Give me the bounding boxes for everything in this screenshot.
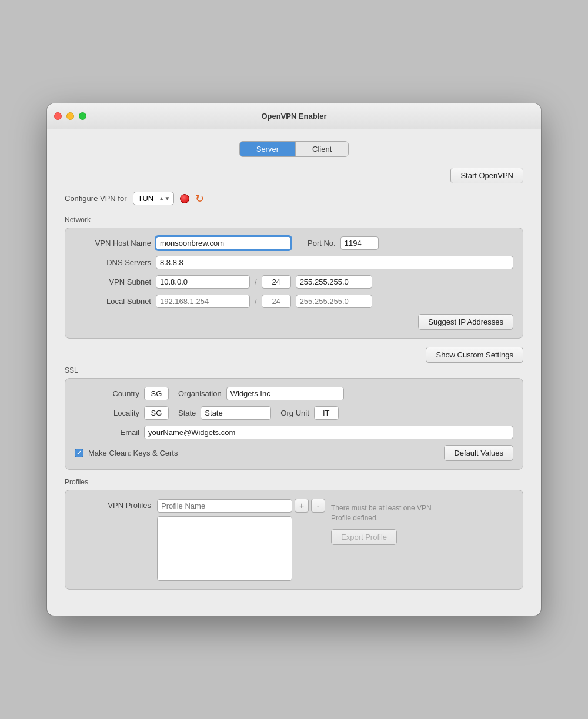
tab-server[interactable]: Server: [240, 142, 296, 156]
orgunit-label: Org Unit: [280, 409, 309, 417]
profiles-right-area: There must be at least one VPN Profile d…: [331, 499, 513, 545]
tab-container: Server Client: [239, 141, 349, 157]
country-label: Country: [75, 389, 139, 398]
vpn-host-label: VPN Host Name: [75, 239, 151, 248]
port-label: Port No.: [308, 239, 336, 248]
export-row: Export Profile: [331, 529, 513, 545]
local-subnet-row: Local Subnet /: [75, 295, 513, 308]
close-button[interactable]: [54, 112, 62, 120]
locality-label: Locality: [75, 409, 139, 417]
configure-label: Configure VPN for: [65, 194, 127, 203]
ssl-locality-state-row: Locality State Org Unit: [75, 406, 513, 420]
show-custom-settings-button[interactable]: Show Custom Settings: [426, 347, 523, 363]
state-label: State: [178, 409, 196, 417]
state-input[interactable]: [201, 406, 271, 420]
profiles-inner: VPN Profiles + - There must be at least …: [75, 499, 513, 581]
port-input[interactable]: [340, 236, 379, 250]
refresh-icon[interactable]: ↻: [195, 192, 204, 205]
profiles-section-label: Profiles: [65, 478, 523, 486]
ssl-section-label: SSL: [65, 366, 523, 374]
export-profile-button[interactable]: Export Profile: [331, 529, 397, 545]
org-label: Organisation: [178, 389, 222, 398]
local-slash-sep: /: [255, 297, 257, 306]
vpn-slash-sep: /: [255, 277, 257, 286]
minimize-button[interactable]: [66, 112, 74, 120]
ssl-section-box: Country Organisation Locality State Org …: [65, 378, 523, 470]
vpn-cidr-input[interactable]: [262, 275, 291, 289]
window-title: OpenVPN Enabler: [261, 112, 326, 121]
local-subnet-label: Local Subnet: [75, 297, 151, 306]
locality-input[interactable]: [144, 406, 169, 420]
profiles-info-text: There must be at least one VPN Profile d…: [331, 501, 449, 523]
country-input[interactable]: [144, 387, 169, 400]
ssl-country-org-row: Country Organisation: [75, 387, 513, 400]
org-input[interactable]: [226, 387, 344, 400]
email-label: Email: [75, 428, 139, 437]
dns-input[interactable]: [156, 256, 513, 269]
email-input[interactable]: [144, 426, 513, 439]
start-openvpn-button[interactable]: Start OpenVPN: [450, 168, 523, 183]
profile-list-box: [157, 516, 292, 581]
tun-tap-select-wrapper: TUN TAP ▲▼: [133, 192, 174, 205]
make-clean-row: Make Clean: Keys & Certs Default Values: [75, 445, 513, 461]
tab-bar: Server Client: [65, 141, 523, 157]
local-subnet-input[interactable]: [156, 295, 250, 308]
dns-row: DNS Servers: [75, 256, 513, 269]
top-action-row: Start OpenVPN: [65, 168, 523, 183]
title-bar: OpenVPN Enabler: [47, 103, 541, 129]
tun-tap-select[interactable]: TUN TAP: [133, 192, 174, 205]
profiles-section-box: VPN Profiles + - There must be at least …: [65, 490, 523, 590]
maximize-button[interactable]: [79, 112, 86, 120]
configure-row: Configure VPN for TUN TAP ▲▼ ↻: [65, 192, 523, 205]
local-cidr-input[interactable]: [262, 295, 291, 308]
default-values-button[interactable]: Default Values: [444, 445, 513, 461]
local-mask-input[interactable]: [296, 295, 372, 308]
vpn-host-input[interactable]: [156, 236, 291, 250]
vpn-subnet-input[interactable]: [156, 275, 250, 289]
network-section-label: Network: [65, 216, 523, 224]
ssl-email-row: Email: [75, 426, 513, 439]
suggest-ip-button[interactable]: Suggest IP Addresses: [418, 314, 513, 330]
tab-client[interactable]: Client: [296, 142, 348, 156]
network-section-box: VPN Host Name Port No. DNS Servers VPN S…: [65, 228, 523, 339]
profile-name-input[interactable]: [157, 499, 292, 513]
profiles-top-row: + -: [157, 499, 325, 513]
main-window: OpenVPN Enabler Server Client Start Open…: [47, 103, 541, 616]
vpn-mask-input[interactable]: [296, 275, 372, 289]
orgunit-input[interactable]: [314, 406, 339, 420]
make-clean-checkbox[interactable]: [75, 449, 83, 457]
traffic-lights: [54, 112, 86, 120]
dns-label: DNS Servers: [75, 258, 151, 267]
add-profile-button[interactable]: +: [295, 499, 309, 513]
vpn-subnet-row: VPN Subnet /: [75, 275, 513, 289]
profiles-list-area: + -: [157, 499, 325, 581]
window-content: Server Client Start OpenVPN Configure VP…: [47, 129, 541, 616]
suggest-row: Suggest IP Addresses: [75, 314, 513, 330]
make-clean-checkbox-group: Make Clean: Keys & Certs: [75, 449, 178, 457]
status-dot-icon: [180, 194, 189, 203]
remove-profile-button[interactable]: -: [311, 499, 325, 513]
make-clean-label: Make Clean: Keys & Certs: [88, 449, 178, 457]
vpn-subnet-label: VPN Subnet: [75, 277, 151, 286]
vpn-profiles-label: VPN Profiles: [75, 499, 151, 510]
show-custom-row: Show Custom Settings: [65, 347, 523, 363]
vpn-host-row: VPN Host Name Port No.: [75, 236, 513, 250]
